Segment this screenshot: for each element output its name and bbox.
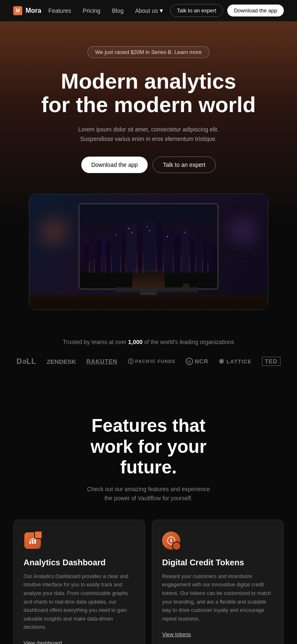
logo-text: Mora	[26, 7, 41, 14]
logo-rakuten: Rakuten	[87, 358, 118, 365]
svg-rect-15	[182, 228, 189, 277]
monitor-screen	[80, 204, 217, 288]
ncr-icon: ◎	[186, 358, 193, 365]
svg-rect-26	[167, 237, 168, 237]
tokens-icon: $	[162, 532, 180, 550]
pacific-funds-icon	[128, 358, 134, 364]
features-subtext: Check out our amazing features and exper…	[87, 485, 210, 503]
feature-cards: Analytics Dashboard Our Analytics Dashbo…	[0, 520, 297, 644]
nav-features[interactable]: Features	[48, 7, 71, 14]
card-analytics: Analytics Dashboard Our Analytics Dashbo…	[13, 520, 145, 644]
nav-about[interactable]: About us	[135, 7, 158, 14]
card-tokens-desc: Reward your customers and incentivize en…	[162, 572, 273, 623]
lattice-icon: ❋	[219, 358, 224, 365]
nav-download-button[interactable]: Download the app	[227, 5, 284, 16]
nav-actions: Talk to an expert Download the app	[170, 4, 284, 17]
logo-pacific-funds: Pacific Funds	[128, 358, 175, 364]
hero-download-button[interactable]: Download the app	[81, 157, 148, 173]
logo[interactable]: M Mora	[13, 6, 41, 15]
nav-links: Features Pricing Blog About us ▾	[48, 7, 163, 14]
tokens-svg: $	[167, 536, 176, 545]
navbar: M Mora Features Pricing Blog About us ▾ …	[0, 0, 297, 21]
card-tokens: $ Digital Credit Tokens Reward your cust…	[152, 520, 284, 644]
mouse	[182, 283, 190, 292]
hero-section: We just raised $20M in Series B. Learn m…	[0, 21, 297, 310]
hero-buttons: Download the app Talk to an expert	[16, 157, 280, 173]
svg-rect-4	[95, 240, 101, 276]
svg-rect-23	[132, 232, 133, 233]
analytics-svg	[28, 536, 37, 545]
svg-rect-16	[190, 240, 195, 276]
analytics-icon-wrap	[24, 532, 42, 550]
tokens-icon-wrap: $	[162, 532, 180, 550]
trusted-text-after: of the world's leading organizations	[143, 339, 234, 345]
chevron-down-icon: ▾	[160, 7, 163, 14]
svg-text:$: $	[170, 539, 172, 543]
svg-rect-3	[90, 237, 94, 277]
logos-row: DƏLL zendesk Rakuten Pacific Funds ◎ NCR…	[16, 357, 280, 366]
svg-rect-2	[84, 244, 89, 277]
trusted-count: 1,000	[128, 339, 143, 345]
trusted-text: Trusted by teams at over 1,000 of the wo…	[16, 339, 280, 345]
monitor-body	[78, 203, 219, 290]
blur-light-left	[42, 219, 66, 244]
svg-rect-6	[106, 242, 111, 277]
logo-ted: TED	[262, 357, 280, 366]
features-title-line2: work for your	[90, 436, 206, 457]
svg-rect-27	[184, 232, 185, 233]
svg-rect-7	[112, 228, 120, 277]
logo-ncr: ◎ NCR	[186, 358, 208, 365]
svg-rect-24	[146, 226, 148, 227]
svg-point-29	[128, 359, 133, 364]
svg-rect-5	[102, 232, 105, 277]
hero-subtitle: Lorem ipsum dolor sit amet, consectetur …	[66, 125, 231, 143]
svg-rect-28	[115, 234, 116, 235]
trusted-section: Trusted by teams at over 1,000 of the wo…	[0, 310, 297, 391]
logo-zendesk: zendesk	[47, 358, 76, 365]
hero-expert-button[interactable]: Talk to an expert	[153, 157, 216, 173]
monitor-scene	[29, 194, 268, 309]
hero-title-line2: for the modern world	[41, 93, 256, 117]
svg-rect-13	[164, 232, 173, 277]
svg-rect-8	[121, 234, 125, 277]
hero-image	[29, 194, 268, 310]
logo-icon: M	[13, 6, 22, 15]
card-analytics-title: Analytics Dashboard	[24, 558, 135, 567]
card-analytics-desc: Our Analytics Dashboard provides a clear…	[24, 572, 135, 632]
nav-blog[interactable]: Blog	[112, 7, 123, 14]
blur-light-right	[231, 219, 255, 244]
trusted-text-before: Trusted by teams at over	[63, 339, 128, 345]
card-tokens-link[interactable]: View tokens	[162, 631, 191, 637]
features-title: Features that work for your future.	[16, 415, 280, 478]
svg-rect-32	[34, 538, 36, 544]
svg-rect-19	[208, 242, 217, 277]
hero-title-line1: Modern analytics	[61, 69, 236, 93]
svg-rect-14	[174, 237, 181, 277]
svg-rect-30	[29, 541, 31, 544]
nav-talk-expert-button[interactable]: Talk to an expert	[170, 4, 223, 17]
svg-rect-25	[149, 230, 151, 231]
svg-rect-17	[196, 234, 202, 277]
features-heading: Features that work for your future. Chec…	[0, 391, 297, 520]
hero-badge[interactable]: We just raised $20M in Series B. Learn m…	[87, 46, 210, 58]
svg-rect-22	[128, 228, 130, 229]
svg-rect-18	[203, 239, 207, 277]
desk-surface	[29, 295, 268, 309]
features-title-line3: future.	[120, 457, 177, 477]
logo-lattice: ❋ Lattice	[219, 358, 252, 365]
hero-title: Modern analytics for the modern world	[16, 70, 280, 117]
card-tokens-title: Digital Credit Tokens	[162, 558, 273, 567]
features-title-line1: Features that	[92, 415, 205, 436]
nav-pricing[interactable]: Pricing	[83, 7, 101, 14]
card-analytics-link[interactable]: View dashboard	[24, 640, 62, 644]
analytics-icon	[24, 532, 41, 549]
svg-rect-31	[32, 540, 33, 544]
svg-rect-21	[132, 267, 165, 288]
logo-dell: DƏLL	[16, 357, 36, 366]
